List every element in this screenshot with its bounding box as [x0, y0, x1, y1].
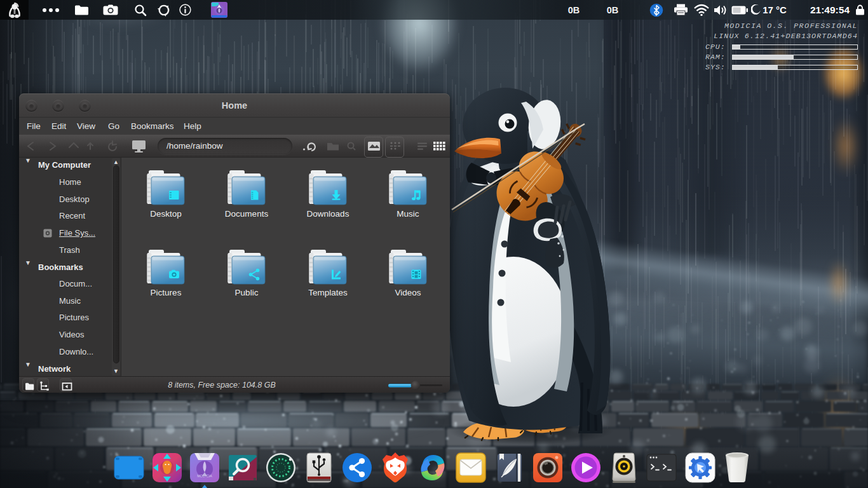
svg-text:MODICIA: MODICIA	[197, 474, 212, 478]
